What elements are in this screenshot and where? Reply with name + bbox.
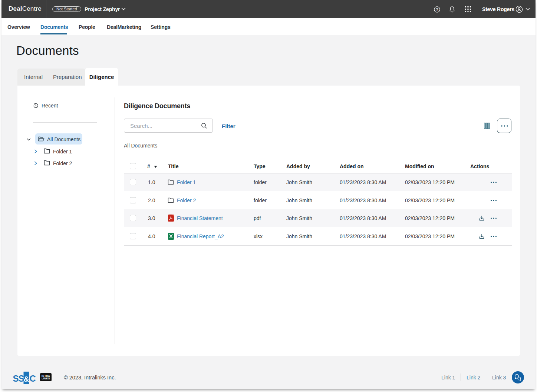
svg-text:C: C [30,373,36,383]
svg-text:SS: SS [13,373,24,383]
svg-text:&: & [23,375,29,383]
svg-text:?: ? [436,7,438,11]
